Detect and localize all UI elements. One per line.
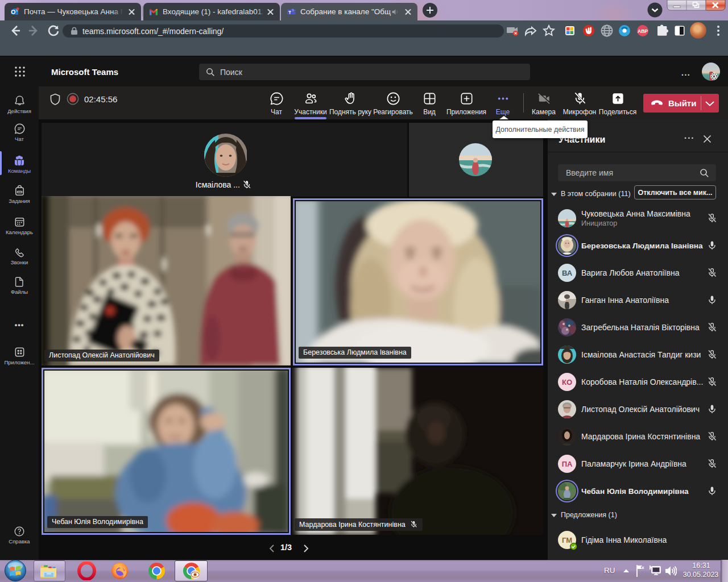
svg-text:ABP: ABP — [638, 28, 648, 34]
